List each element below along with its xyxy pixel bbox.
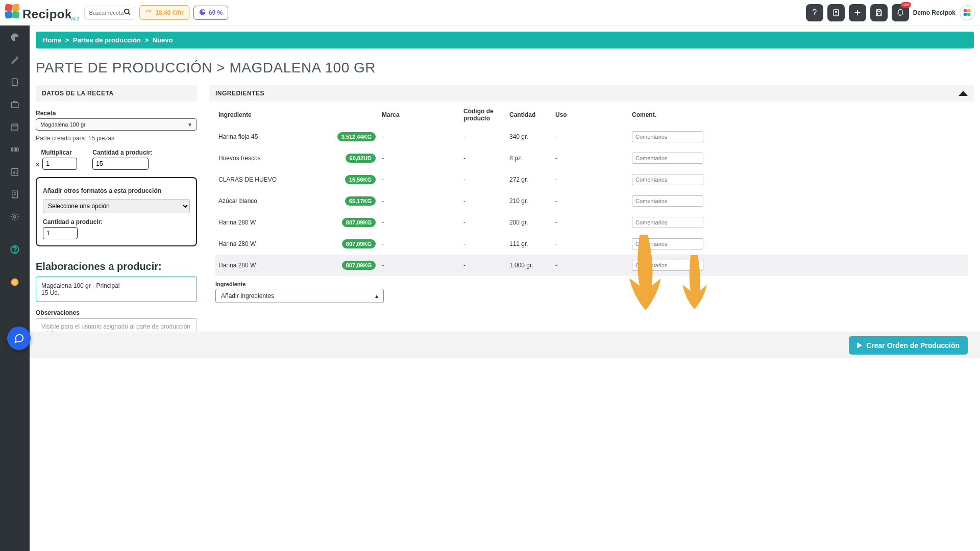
ingredient-name: Harina 280 W bbox=[218, 240, 256, 247]
price-metric-value: 18,40 €/hr bbox=[155, 9, 183, 16]
add-format-title: Añadir otros formatos a esta producción bbox=[43, 187, 190, 194]
svg-rect-19 bbox=[14, 148, 16, 151]
notifications-button[interactable] bbox=[892, 4, 909, 21]
nav-ingredients-icon[interactable] bbox=[8, 76, 21, 89]
svg-point-32 bbox=[12, 280, 17, 285]
comment-input[interactable] bbox=[632, 238, 703, 249]
add-button[interactable] bbox=[849, 4, 866, 21]
table-row[interactable]: CLARAS DE HUEVO16,56KG--272 gr.- bbox=[215, 169, 968, 190]
cell-uso: - bbox=[552, 255, 629, 276]
recipe-select[interactable]: Magdalena 100 gr ▼ bbox=[36, 118, 197, 131]
cell-codigo: - bbox=[460, 212, 506, 233]
collapse-icon[interactable] bbox=[959, 91, 968, 96]
add-format-qty-input[interactable] bbox=[43, 227, 78, 239]
col-marca: Marca bbox=[379, 104, 460, 126]
comment-input[interactable] bbox=[632, 217, 703, 228]
svg-rect-16 bbox=[11, 103, 18, 108]
page-title: PARTE DE PRODUCCIÓN > MAGDALENA 100 GR bbox=[36, 60, 974, 76]
svg-rect-20 bbox=[17, 148, 18, 151]
table-row[interactable]: Harina floja 453.512,44KG--340 gr.- bbox=[215, 126, 968, 147]
cell-uso: - bbox=[552, 212, 629, 233]
add-format-select[interactable]: Seleccione una opción bbox=[43, 199, 190, 213]
add-ingredient-value: Añadir Ingredientes bbox=[221, 292, 274, 299]
svg-point-0 bbox=[125, 9, 129, 13]
recipe-label: Receta bbox=[36, 110, 197, 117]
table-row[interactable]: Huevos frescos60,82UD--8 pz.- bbox=[215, 147, 968, 169]
elab-line1: Magdalena 100 gr - Principal bbox=[41, 282, 191, 289]
svg-rect-10 bbox=[877, 13, 880, 15]
logo[interactable]: Recipok V4.2 bbox=[5, 4, 79, 21]
percent-metric[interactable]: 69 % bbox=[193, 6, 228, 20]
nav-shop-icon[interactable] bbox=[8, 120, 21, 134]
speed-icon bbox=[145, 8, 152, 17]
create-order-button[interactable]: Crear Orden de Producción bbox=[849, 336, 968, 355]
nav-settings-icon[interactable] bbox=[8, 210, 21, 223]
table-row[interactable]: Azúcar blanco65,17KG--210 gr.- bbox=[215, 190, 968, 212]
comment-input[interactable] bbox=[632, 195, 703, 207]
cell-cantidad: 111 gr. bbox=[506, 233, 552, 255]
sidebar bbox=[0, 26, 30, 551]
nav-production-icon[interactable] bbox=[8, 98, 21, 111]
nav-list-icon[interactable] bbox=[8, 188, 21, 201]
recipe-panel-header: DATOS DE LA RECETA bbox=[36, 85, 197, 102]
svg-rect-13 bbox=[964, 13, 967, 16]
nav-scan-icon[interactable] bbox=[8, 143, 21, 156]
cell-codigo: - bbox=[460, 255, 506, 276]
logo-version: V4.2 bbox=[70, 16, 80, 21]
add-ingredient-select[interactable]: Añadir Ingredientes ▴ bbox=[215, 289, 384, 303]
ingredients-panel-header: INGREDIENTES bbox=[209, 85, 974, 102]
chevron-down-icon: ▼ bbox=[187, 122, 192, 128]
chevron-up-icon: ▴ bbox=[375, 292, 378, 299]
table-row[interactable]: Harina 280 W807,09KG--1.000 gr.- bbox=[215, 255, 968, 276]
avatar[interactable] bbox=[960, 5, 975, 20]
search-input-wrap[interactable] bbox=[84, 6, 135, 20]
col-cantidad: Cantidad bbox=[506, 104, 552, 126]
stock-badge: 3.512,44KG bbox=[337, 132, 376, 141]
nav-reports-icon[interactable] bbox=[8, 165, 21, 179]
nav-dashboard-icon[interactable] bbox=[8, 31, 21, 44]
price-metric[interactable]: 18,40 €/hr bbox=[139, 5, 189, 20]
save-button[interactable] bbox=[870, 4, 888, 21]
cell-codigo: - bbox=[460, 126, 506, 147]
ingredient-name: Huevos frescos bbox=[218, 155, 261, 162]
cell-codigo: - bbox=[460, 147, 506, 169]
user-name[interactable]: Demo Recipok bbox=[913, 9, 955, 16]
help-button[interactable]: ? bbox=[806, 4, 823, 21]
cell-marca: - bbox=[379, 233, 460, 255]
svg-rect-15 bbox=[12, 79, 18, 86]
add-format-box: Añadir otros formatos a esta producción … bbox=[36, 177, 197, 246]
breadcrumb-home[interactable]: Home bbox=[43, 36, 61, 44]
svg-rect-17 bbox=[12, 126, 18, 130]
cell-uso: - bbox=[552, 233, 629, 255]
comment-input[interactable] bbox=[632, 131, 703, 142]
cantidad-input[interactable] bbox=[92, 158, 149, 170]
cantidad-label: Cantidad a producir: bbox=[92, 149, 152, 156]
table-row[interactable]: Harina 280 W807,09KG--200 gr.- bbox=[215, 212, 968, 233]
elaboraciones-box[interactable]: Magdalena 100 gr - Principal 15 Ud. bbox=[36, 277, 197, 302]
chat-widget[interactable] bbox=[7, 327, 31, 350]
comment-input[interactable] bbox=[632, 260, 703, 271]
nav-help-icon[interactable] bbox=[8, 243, 21, 256]
stock-badge: 65,17KG bbox=[345, 196, 376, 206]
comment-input[interactable] bbox=[632, 153, 703, 164]
elab-line2: 15 Ud. bbox=[41, 289, 191, 296]
multiplicar-input[interactable] bbox=[42, 158, 77, 170]
nav-recipes-icon[interactable] bbox=[8, 53, 21, 66]
docs-button[interactable] bbox=[827, 4, 845, 21]
search-icon[interactable] bbox=[124, 8, 131, 17]
breadcrumb-partes[interactable]: Partes de producción bbox=[73, 36, 141, 44]
logo-icon bbox=[5, 4, 19, 18]
breadcrumb-sep: > bbox=[65, 36, 69, 44]
logo-text: Recipok bbox=[22, 7, 72, 21]
cell-cantidad: 210 gr. bbox=[506, 190, 552, 212]
comment-input[interactable] bbox=[632, 174, 703, 185]
nav-coin-icon[interactable] bbox=[8, 276, 21, 289]
search-input[interactable] bbox=[89, 10, 124, 16]
stock-badge: 807,09KG bbox=[342, 261, 376, 270]
add-format-qty-label: Cantidad a producir: bbox=[43, 218, 190, 226]
cell-uso: - bbox=[552, 169, 629, 190]
breadcrumb-sep: > bbox=[145, 36, 149, 44]
stock-badge: 60,82UD bbox=[346, 154, 376, 163]
cell-marca: - bbox=[379, 190, 460, 212]
table-row[interactable]: Harina 280 W807,09KG--111 gr.- bbox=[215, 233, 968, 255]
